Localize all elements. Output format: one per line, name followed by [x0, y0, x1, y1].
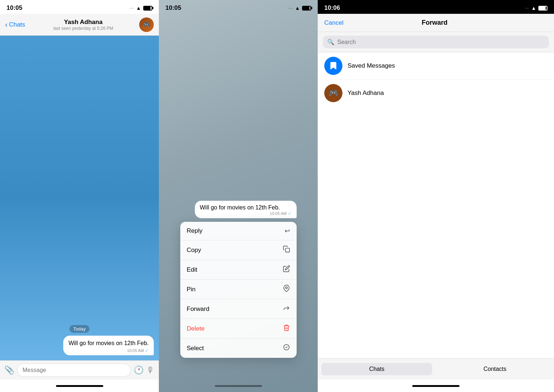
- contact-list: Saved Messages 🎮 Yash Adhana: [318, 52, 554, 358]
- svg-point-1: [285, 287, 287, 289]
- check-icon: ✓: [145, 348, 149, 353]
- panel2-body: Will go for movies on 12th Feb. 10:05 AM…: [159, 14, 318, 380]
- preview-bubble: Will go for movies on 12th Feb. 10:05 AM…: [195, 201, 297, 218]
- context-pin[interactable]: Pin: [180, 280, 297, 299]
- preview-meta: 10:05 AM ✓: [200, 211, 292, 216]
- chat-header: ‹ Chats Yash Adhana last seen yesterday …: [0, 14, 159, 36]
- home-bar-p2: [215, 385, 262, 387]
- mic-button[interactable]: 🎙: [146, 365, 154, 375]
- time-p1: 10:05: [7, 4, 22, 12]
- forward-label: Forward: [187, 305, 209, 313]
- signal-p3: ···: [525, 6, 529, 10]
- delete-icon: [283, 324, 290, 333]
- date-text: Today: [69, 325, 89, 333]
- header-center: Yash Adhana last seen yesterday at 5:26 …: [27, 19, 139, 31]
- reply-label: Reply: [187, 227, 202, 235]
- panel-context-menu: 10:05 ··· ▲ Will go for movies on 12th F…: [159, 0, 318, 392]
- saved-messages-avatar: [324, 57, 342, 75]
- contact-saved-messages[interactable]: Saved Messages: [318, 52, 554, 80]
- cancel-button[interactable]: Cancel: [324, 19, 344, 27]
- reply-icon: ↩: [285, 227, 290, 235]
- context-edit[interactable]: Edit: [180, 260, 297, 280]
- forward-title: Forward: [422, 19, 447, 27]
- panel-chat: 10:05 ··· ▲ ‹ Chats Yash Adhana last see…: [0, 0, 159, 392]
- message-time: 10:05 AM: [127, 348, 144, 353]
- forward-icon: [283, 304, 290, 313]
- message-input[interactable]: [17, 364, 131, 377]
- search-input[interactable]: [337, 39, 545, 45]
- context-menu: Reply ↩ Copy Edit: [180, 222, 297, 358]
- battery-icon-p2: [302, 6, 311, 11]
- signal-p1: ···: [130, 6, 134, 10]
- contact-avatar[interactable]: 🎮: [139, 17, 154, 32]
- chat-background: Today Will go for movies on 12th Feb. 10…: [0, 36, 159, 360]
- signal-p2: ···: [289, 6, 293, 10]
- contact-name: Yash Adhana: [27, 19, 139, 26]
- back-chevron-icon: ‹: [5, 20, 8, 29]
- search-input-wrap: 🔍: [323, 36, 549, 48]
- emoji-button[interactable]: 🕐: [134, 365, 144, 375]
- attach-button[interactable]: 📎: [4, 365, 14, 375]
- select-label: Select: [187, 345, 204, 352]
- search-icon: 🔍: [327, 39, 334, 45]
- back-button[interactable]: ‹ Chats: [5, 20, 25, 29]
- home-indicator-p1: [0, 380, 159, 392]
- wifi-icon-p2: ▲: [295, 5, 300, 11]
- edit-icon: [283, 265, 290, 274]
- copy-label: Copy: [187, 247, 201, 254]
- saved-messages-name: Saved Messages: [348, 62, 395, 69]
- status-icons-p1: ··· ▲: [130, 5, 152, 11]
- preview-time: 10:05 AM: [270, 211, 286, 216]
- wifi-icon-p1: ▲: [136, 5, 141, 11]
- date-badge: Today: [0, 325, 159, 332]
- context-forward[interactable]: Forward: [180, 299, 297, 319]
- copy-icon: [283, 245, 290, 255]
- context-delete[interactable]: Delete: [180, 319, 297, 339]
- message-meta: 10:05 AM ✓: [68, 348, 149, 353]
- pin-icon: [283, 285, 290, 294]
- delete-label: Delete: [187, 325, 205, 332]
- svg-rect-0: [285, 248, 289, 252]
- select-icon: [283, 344, 290, 353]
- pin-label: Pin: [187, 286, 196, 293]
- time-p3: 10:06: [324, 4, 340, 12]
- forward-header: Cancel Forward: [318, 14, 554, 32]
- contact-status: last seen yesterday at 5:26 PM: [27, 26, 139, 31]
- context-container: Will go for movies on 12th Feb. 10:05 AM…: [180, 201, 297, 358]
- search-bar: 🔍: [318, 32, 554, 52]
- status-bar-p1: 10:05 ··· ▲: [0, 0, 159, 14]
- input-bar: 📎 🕐 🎙: [0, 360, 159, 380]
- context-reply[interactable]: Reply ↩: [180, 222, 297, 240]
- home-bar-p3: [412, 385, 459, 387]
- yash-avatar: 🎮: [324, 84, 342, 102]
- status-icons-p2: ··· ▲: [289, 5, 311, 11]
- contact-yash-adhana[interactable]: 🎮 Yash Adhana: [318, 80, 554, 107]
- yash-name: Yash Adhana: [348, 89, 384, 97]
- home-indicator-p2: [159, 380, 318, 392]
- message-text: Will go for movies on 12th Feb.: [68, 339, 149, 347]
- status-icons-p3: ··· ▲: [525, 5, 547, 11]
- context-select[interactable]: Select: [180, 339, 297, 358]
- edit-label: Edit: [187, 266, 197, 273]
- avatar-image: 🎮: [139, 17, 154, 32]
- preview-check-icon: ✓: [288, 211, 292, 216]
- battery-icon-p1: [143, 6, 152, 11]
- preview-text: Will go for movies on 12th Feb.: [200, 204, 292, 211]
- time-p2: 10:05: [165, 4, 181, 12]
- context-copy[interactable]: Copy: [180, 240, 297, 260]
- tab-contacts[interactable]: Contacts: [439, 363, 550, 375]
- home-indicator-p3: [318, 380, 554, 392]
- home-bar-p1: [56, 385, 103, 387]
- battery-icon-p3: [538, 6, 547, 11]
- tab-chats[interactable]: Chats: [321, 363, 432, 375]
- back-label[interactable]: Chats: [9, 21, 25, 28]
- message-bubble[interactable]: Will go for movies on 12th Feb. 10:05 AM…: [63, 336, 154, 355]
- status-bar-p2: 10:05 ··· ▲: [159, 0, 318, 14]
- panel-forward: 10:06 ··· ▲ Cancel Forward 🔍: [318, 0, 554, 392]
- status-bar-p3: 10:06 ··· ▲: [318, 0, 554, 14]
- bottom-tabs: Chats Contacts: [318, 358, 554, 380]
- wifi-icon-p3: ▲: [531, 5, 536, 11]
